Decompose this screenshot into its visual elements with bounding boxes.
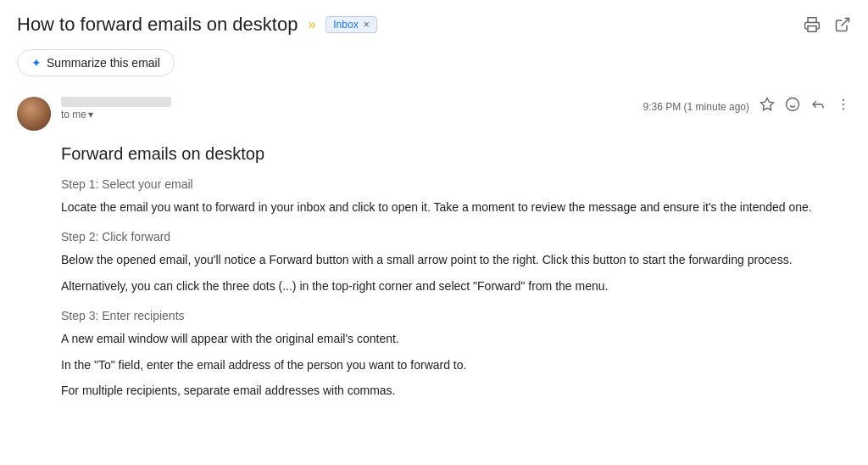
star-icon[interactable] (760, 97, 775, 116)
sender-name (61, 97, 171, 107)
reply-icon[interactable] (810, 97, 826, 116)
sender-right: 9:36 PM (1 minute ago) (643, 97, 851, 116)
chevron-icon: » (308, 17, 315, 32)
sparkle-icon: ✦ (31, 56, 42, 70)
summarize-button[interactable]: ✦ Summarize this email (17, 49, 175, 76)
summarize-label: Summarize this email (47, 56, 160, 70)
email-body: Forward emails on desktop Step 1: Select… (17, 144, 851, 427)
step1-heading: Step 1: Select your email (61, 177, 851, 191)
print-icon[interactable] (804, 16, 821, 33)
email-body-title: Forward emails on desktop (61, 144, 851, 164)
email-title-area: How to forward emails on desktop » Inbox… (17, 14, 377, 36)
step3-heading: Step 3: Enter recipients (61, 309, 851, 322)
svg-rect-0 (808, 26, 816, 32)
open-external-icon[interactable] (834, 16, 851, 33)
svg-point-8 (843, 108, 844, 109)
sender-info: to me ▾ (61, 97, 171, 120)
svg-point-7 (843, 104, 844, 105)
step3-body2: In the "To" field, enter the email addre… (61, 356, 851, 374)
more-options-icon[interactable] (836, 97, 851, 116)
svg-point-6 (843, 99, 844, 101)
step2-body2: Alternatively, you can click the three d… (61, 277, 851, 295)
avatar (17, 97, 51, 131)
step2-heading: Step 2: Click forward (61, 230, 851, 244)
inbox-close-icon[interactable]: × (364, 19, 370, 31)
step3-body1: A new email window will appear with the … (61, 329, 851, 348)
email-subject: How to forward emails on desktop (17, 14, 298, 36)
svg-line-1 (841, 19, 849, 26)
dropdown-icon: ▾ (88, 109, 93, 120)
email-header: How to forward emails on desktop » Inbox… (17, 0, 851, 42)
emoji-icon[interactable] (785, 97, 800, 116)
sender-left: to me ▾ (17, 97, 171, 131)
to-label: to me (61, 109, 86, 120)
inbox-badge[interactable]: Inbox × (326, 16, 376, 33)
step1-body: Locate the email you want to forward in … (61, 198, 851, 216)
email-container: How to forward emails on desktop » Inbox… (0, 0, 868, 465)
inbox-label: Inbox (333, 19, 358, 31)
svg-marker-2 (761, 98, 774, 110)
avatar-image (17, 97, 51, 131)
header-actions (804, 16, 851, 33)
action-icons (760, 97, 851, 116)
email-time: 9:36 PM (1 minute ago) (643, 101, 749, 113)
sender-to[interactable]: to me ▾ (61, 109, 171, 120)
svg-point-3 (787, 98, 799, 111)
sender-row: to me ▾ 9:36 PM (1 minute ago) (17, 90, 851, 144)
step2-body1: Below the opened email, you'll notice a … (61, 250, 851, 269)
step3-body3: For multiple recipients, separate email … (61, 381, 851, 400)
